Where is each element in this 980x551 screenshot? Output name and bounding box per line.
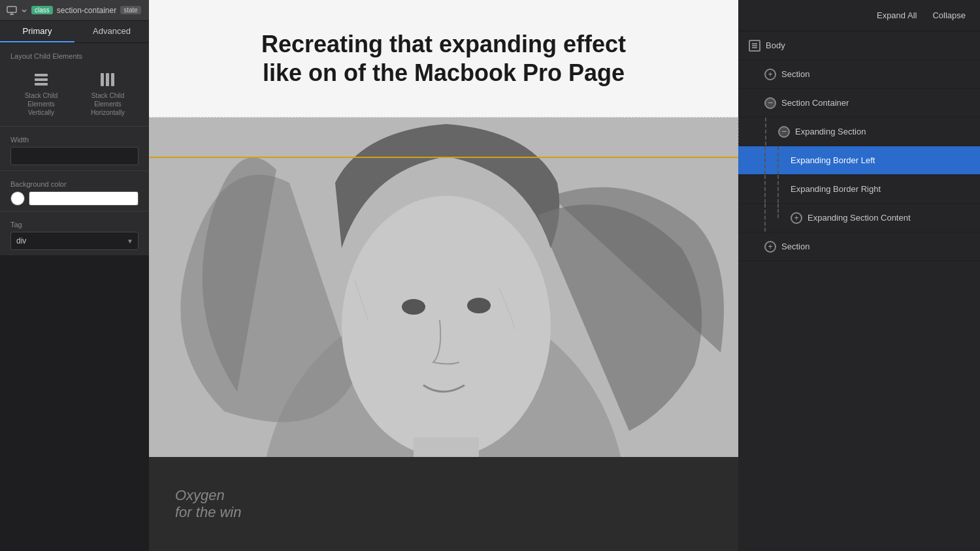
stack-vertical-icon [32, 71, 50, 89]
svg-rect-8 [111, 73, 114, 86]
stack-vertical-option[interactable]: Stack Child Elements Vertically [10, 67, 72, 121]
image-placeholder [149, 118, 738, 457]
panel-tabs: Primary Advanced [0, 21, 149, 43]
tree-item-section-container[interactable]: − Section Container [738, 89, 980, 118]
body-icon [749, 40, 760, 52]
class-badge: class [31, 6, 53, 14]
tree-header: Expand All Collapse [738, 0, 980, 31]
tree-item-body[interactable]: Body [738, 31, 980, 60]
width-input[interactable] [10, 147, 139, 165]
stack-horizontal-label: Stack Child Elements Horizontally [81, 91, 135, 117]
svg-rect-14 [414, 437, 479, 457]
tab-primary[interactable]: Primary [0, 21, 74, 42]
canvas-top-section: Recreating that expanding effect like on… [149, 0, 738, 118]
width-label: Width [10, 136, 139, 144]
tag-section: Tag div section article header footer ma… [0, 212, 149, 255]
tree-connector-v3 [777, 146, 779, 174]
color-gradient-bar [29, 191, 139, 206]
tree-label-border-right: Expanding Border Right [791, 184, 881, 194]
plus-circle-icon-section2: + [764, 241, 776, 253]
minus-symbol2: − [781, 127, 787, 136]
monitor-icon [7, 6, 17, 15]
plus-circle-icon-section1: + [764, 69, 776, 80]
canvas-title: Recreating that expanding effect like on… [261, 30, 626, 86]
svg-rect-6 [101, 73, 104, 86]
canvas-title-line1: Recreating that expanding effect [261, 30, 626, 58]
tree-label-body: Body [766, 40, 785, 50]
tree-label-expanding-section: Expanding Section [795, 127, 866, 136]
layout-grid: Stack Child Elements Vertically Stack Ch… [10, 67, 139, 121]
plus-symbol3: + [794, 214, 798, 222]
tree-connector-v1 [765, 118, 766, 146]
color-field [10, 191, 139, 206]
plus-symbol4: + [768, 243, 772, 251]
tree-item-section2[interactable]: + Section [738, 232, 980, 261]
bottom-text-line2: for the win [175, 504, 242, 521]
portrait-illustration [149, 118, 738, 457]
tree-connector-v4 [764, 175, 766, 203]
svg-point-13 [467, 298, 491, 313]
svg-rect-3 [35, 74, 48, 76]
tag-select-wrapper: div section article header footer main ▼ [10, 232, 139, 250]
svg-rect-4 [35, 78, 48, 81]
tree-label-section1: Section [781, 69, 809, 79]
bg-color-section: Background color [0, 171, 149, 211]
canvas-bottom-section: Oxygen for the win [149, 457, 738, 551]
tree-connector-v7 [777, 204, 779, 218]
tree-label-section-content: Expanding Section Content [808, 213, 911, 223]
stack-horizontal-option[interactable]: Stack Child Elements Horizontally [77, 67, 139, 121]
svg-rect-5 [35, 83, 48, 86]
svg-rect-15 [752, 43, 757, 44]
left-panel: class section-container state Primary Ad… [0, 0, 149, 551]
width-section: Width [0, 127, 149, 170]
canvas-image-area [149, 118, 738, 457]
minus-circle-icon-expanding: − [778, 126, 790, 138]
panel-dark-fill [0, 255, 149, 551]
tree-item-section1[interactable]: + Section [738, 60, 980, 89]
tab-advanced[interactable]: Advanced [74, 21, 149, 42]
bg-color-label: Background color [10, 180, 139, 188]
layout-section: Layout Child Elements Stack Child Elemen… [0, 43, 149, 126]
state-badge: state [120, 6, 141, 14]
main-canvas: Recreating that expanding effect like on… [149, 0, 738, 551]
panel-header: class section-container state [0, 0, 149, 21]
tree-item-border-left[interactable]: Expanding Border Left [738, 146, 980, 175]
chevron-down-icon[interactable] [21, 7, 27, 14]
layout-label: Layout Child Elements [10, 52, 139, 60]
right-panel: Expand All Collapse Body + Section [738, 0, 980, 551]
tree-label-border-left: Expanding Border Left [791, 155, 875, 165]
color-swatch[interactable] [10, 191, 25, 206]
tree-connector-v2 [764, 146, 766, 174]
expand-all-button[interactable]: Expand All [873, 8, 921, 23]
tree-items: Body + Section − Section Container − Exp… [738, 31, 980, 551]
svg-rect-7 [106, 73, 109, 86]
svg-rect-17 [752, 47, 757, 48]
plus-circle-icon-content: + [791, 212, 802, 224]
minus-symbol: − [768, 98, 773, 107]
tree-connector-v5 [777, 175, 779, 203]
bottom-text-wrapper: Oxygen for the win [175, 487, 242, 521]
plus-symbol: + [768, 71, 772, 78]
tree-item-border-right[interactable]: Expanding Border Right [738, 175, 980, 204]
tree-label-section-container: Section Container [781, 98, 849, 108]
tree-item-section-content[interactable]: + Expanding Section Content [738, 204, 980, 232]
minus-circle-icon-container: − [764, 97, 776, 109]
tree-label-section2: Section [781, 242, 809, 251]
selection-indicator [149, 157, 738, 158]
svg-point-12 [402, 299, 425, 315]
tree-item-expanding-section[interactable]: − Expanding Section [738, 118, 980, 146]
svg-rect-16 [752, 45, 757, 46]
svg-rect-0 [7, 7, 16, 12]
width-input-wrapper [10, 147, 139, 165]
collapse-all-button[interactable]: Collapse [928, 8, 970, 23]
tag-select[interactable]: div section article header footer main [10, 232, 139, 250]
canvas-title-line2: like on of the Macbook Pro Page [261, 59, 626, 87]
bottom-text-line1: Oxygen [175, 487, 242, 504]
class-name: section-container [57, 6, 116, 15]
stack-horizontal-icon [99, 71, 117, 89]
stack-vertical-label: Stack Child Elements Vertically [14, 91, 68, 117]
svg-point-11 [342, 196, 551, 457]
tree-connector-v6 [764, 204, 766, 232]
tag-label: Tag [10, 221, 139, 228]
list-icon [751, 42, 758, 49]
